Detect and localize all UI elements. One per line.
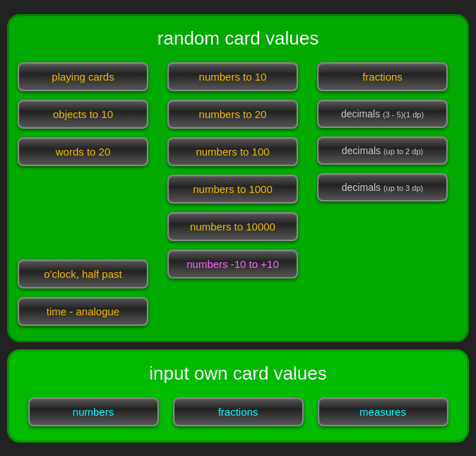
input-numbers-button[interactable]: numbers <box>28 397 159 426</box>
random-grid: playing cards objects to 10 words to 20 … <box>23 62 453 326</box>
decimals-3dp-button[interactable]: decimals (up to 3 dp) <box>317 173 448 201</box>
numbers-to-1000-button[interactable]: numbers to 1000 <box>167 175 298 204</box>
numbers-to-10-button[interactable]: numbers to 10 <box>167 62 298 91</box>
decimals-3dp-suffix: (up to 3 dp) <box>383 184 423 192</box>
decimals-2dp-suffix: (up to 2 dp) <box>383 147 423 156</box>
random-section-title: random card values <box>23 28 453 49</box>
numbers-to-100-button[interactable]: numbers to 100 <box>167 137 298 166</box>
oclock-button[interactable]: o'clock, half past <box>18 259 148 288</box>
outer-wrapper: random card values playing cards objects… <box>0 7 476 450</box>
fractions-button[interactable]: fractions <box>317 62 448 91</box>
col2: numbers to 10 numbers to 20 numbers to 1… <box>167 62 309 279</box>
time-analogue-button[interactable]: time - analogue <box>18 297 148 326</box>
input-grid: numbers fractions measures <box>23 397 453 426</box>
col1: playing cards objects to 10 words to 20 … <box>18 62 159 326</box>
random-section: random card values playing cards objects… <box>7 14 469 342</box>
decimals-1dp-suffix: (3 - 5)(1 dp) <box>383 110 424 119</box>
input-section-title: input own card values <box>23 363 453 385</box>
input-measures-button[interactable]: measures <box>318 397 448 426</box>
words-to-20-button[interactable]: words to 20 <box>18 137 148 166</box>
numbers-neg-button[interactable]: numbers -10 to +10 <box>167 250 298 279</box>
decimals-1dp-label: decimals <box>341 108 380 119</box>
decimals-1dp-button[interactable]: decimals (3 - 5)(1 dp) <box>317 100 448 128</box>
numbers-to-20-button[interactable]: numbers to 20 <box>167 100 298 129</box>
col3: fractions decimals (3 - 5)(1 dp) decimal… <box>317 62 458 201</box>
decimals-2dp-button[interactable]: decimals (up to 2 dp) <box>317 136 448 165</box>
numbers-to-10000-button[interactable]: numbers to 10000 <box>167 212 298 241</box>
decimals-2dp-label: decimals <box>342 145 381 156</box>
objects-to-10-button[interactable]: objects to 10 <box>18 100 148 129</box>
decimals-3dp-label: decimals <box>342 182 381 193</box>
input-section: input own card values numbers fractions … <box>7 349 469 443</box>
playing-cards-button[interactable]: playing cards <box>18 62 148 91</box>
input-fractions-button[interactable]: fractions <box>173 397 304 426</box>
